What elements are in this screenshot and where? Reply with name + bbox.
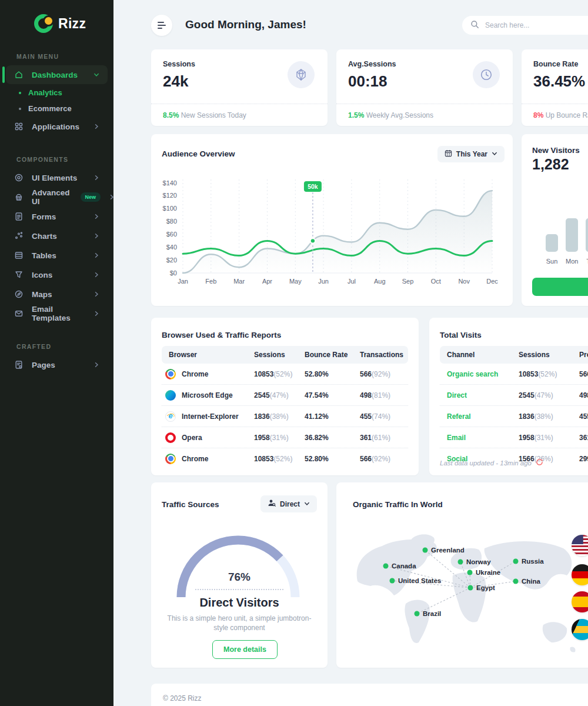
nav-section-label: Crafted bbox=[0, 335, 113, 355]
chevron-down-icon bbox=[304, 500, 310, 508]
menu-toggle-button[interactable] bbox=[151, 15, 172, 36]
sidebar-item-ecommerce[interactable]: Ecommerce bbox=[6, 101, 108, 116]
svg-text:Jan: Jan bbox=[178, 278, 188, 285]
nav-section: CraftedPages bbox=[0, 335, 113, 374]
page-title: Good Morning, James! bbox=[185, 18, 306, 31]
card-title: New Visitors bbox=[532, 146, 580, 155]
stat-delta: 8.5% bbox=[163, 111, 179, 119]
chevron-right-icon bbox=[93, 311, 99, 317]
audience-line-chart: $0$20$40$60$80$100$120$140JanFebMarAprMa… bbox=[151, 134, 513, 306]
card-title: Total Visits bbox=[440, 331, 482, 339]
svg-text:$120: $120 bbox=[163, 192, 177, 199]
sidebar-item-label: Advanced UI bbox=[32, 188, 70, 206]
audience-overview-card: Audience Overview This Year $0$20$40$60$… bbox=[151, 134, 513, 306]
refresh-icon[interactable] bbox=[536, 458, 543, 467]
svg-text:50k: 50k bbox=[308, 183, 318, 190]
hamburger-icon bbox=[158, 22, 166, 29]
transactions-cell: 566(92%) bbox=[360, 455, 408, 463]
traffic-filter-dropdown[interactable]: Direct bbox=[260, 495, 317, 512]
stat-card-sessions: Sessions 24k 8.5% New Sessions Today bbox=[151, 49, 328, 126]
channel-link[interactable]: Organic search bbox=[440, 370, 519, 378]
footer: © 2025 Rizz bbox=[151, 684, 588, 706]
new-visitors-button[interactable] bbox=[532, 278, 588, 296]
copyright-text: © 2025 Rizz bbox=[163, 694, 202, 702]
transactions-cell: 361(61%) bbox=[360, 434, 408, 442]
table-row[interactable]: Organic search 10853(52%) 566 bbox=[440, 364, 588, 385]
sidebar-item-analytics[interactable]: Analytics bbox=[6, 85, 108, 101]
sidebar-item-ui-elements[interactable]: UI Elements bbox=[6, 168, 108, 187]
transactions-cell: 498(81%) bbox=[360, 391, 408, 399]
united-states-flag-icon[interactable] bbox=[572, 535, 588, 556]
stat-delta: 8% bbox=[533, 111, 543, 119]
bounce-cell: 52.80% bbox=[305, 370, 360, 378]
browser-name: Microsoft Edge bbox=[182, 391, 233, 399]
table-row[interactable]: Email 1958(31%) 361 bbox=[440, 427, 588, 448]
sidebar-item-charts[interactable]: Charts bbox=[6, 227, 108, 245]
spain-flag-icon[interactable] bbox=[572, 591, 588, 612]
table-row[interactable]: Opera 1958(31%) 36.82% 361(61%) bbox=[162, 427, 408, 448]
bounce-cell: 52.80% bbox=[305, 455, 360, 463]
bahamas-flag-icon[interactable] bbox=[572, 619, 588, 640]
nav-section-label: Components bbox=[0, 148, 113, 168]
svg-text:China: China bbox=[522, 578, 541, 585]
svg-text:May: May bbox=[289, 278, 302, 285]
sidebar-item-label: Tables bbox=[32, 251, 56, 260]
svg-text:$40: $40 bbox=[166, 244, 177, 251]
table-row[interactable]: Microsoft Edge 2545(47%) 47.54% 498(81%) bbox=[162, 385, 408, 406]
sidebar-item-dashboards[interactable]: Dashboards bbox=[6, 65, 108, 84]
germany-flag-icon[interactable] bbox=[572, 564, 588, 585]
browser-table: BrowserSessionsBounce RateTransactions C… bbox=[162, 346, 408, 469]
search-input[interactable] bbox=[484, 21, 588, 30]
stat-label: Bounce Rate bbox=[533, 60, 588, 68]
channel-link[interactable]: Direct bbox=[440, 391, 519, 399]
bounce-cell: 36.82% bbox=[305, 434, 360, 442]
svg-text:Greenland: Greenland bbox=[431, 547, 465, 554]
column-header: Prev bbox=[579, 351, 588, 359]
last-updated-note: Last data updated - 13min ago bbox=[440, 458, 543, 467]
chrome-icon bbox=[165, 454, 176, 464]
sidebar-item-applications[interactable]: Applications bbox=[6, 117, 108, 136]
prev-cell: 361 bbox=[579, 434, 588, 442]
grid-icon bbox=[14, 122, 24, 131]
table-row[interactable]: Referal 1836(38%) 455 bbox=[440, 406, 588, 427]
svg-text:Egypt: Egypt bbox=[476, 584, 495, 591]
table-row[interactable]: Internet-Explorer 1836(38%) 41.12% 455(7… bbox=[162, 406, 408, 427]
table-row[interactable]: Chrome 10853(52%) 52.80% 566(92%) bbox=[162, 448, 408, 469]
browser-name: Chrome bbox=[182, 455, 208, 463]
sidebar-item-pages[interactable]: Pages bbox=[6, 355, 108, 374]
app-logo[interactable]: Rizz bbox=[0, 0, 113, 33]
table-header-row: BrowserSessionsBounce RateTransactions bbox=[162, 346, 408, 364]
prev-cell: 299 bbox=[579, 455, 588, 463]
new-badge: New bbox=[81, 192, 101, 202]
sidebar-item-forms[interactable]: Forms bbox=[6, 207, 108, 226]
stat-value: 36.45% bbox=[533, 72, 588, 91]
svg-text:Russia: Russia bbox=[522, 558, 544, 565]
nav-section-label: Main Menu bbox=[0, 45, 113, 65]
sidebar-item-email-templates[interactable]: Email Templates bbox=[6, 304, 108, 323]
svg-text:Jul: Jul bbox=[348, 278, 356, 285]
svg-text:$100: $100 bbox=[163, 205, 177, 212]
table-row[interactable]: Chrome 10853(52%) 52.80% 566(92%) bbox=[162, 364, 408, 385]
sidebar-item-label: Dashboards bbox=[32, 71, 78, 79]
sidebar-item-tables[interactable]: Tables bbox=[6, 246, 108, 265]
more-details-button[interactable]: More details bbox=[212, 640, 278, 659]
sidebar-item-icons[interactable]: Icons bbox=[6, 265, 108, 284]
column-header: Channel bbox=[440, 351, 519, 359]
svg-text:Dec: Dec bbox=[486, 278, 498, 285]
gauge-heading: Direct Visitors bbox=[151, 596, 328, 610]
sidebar-item-label: Applications bbox=[32, 122, 79, 131]
browser-report-card: Browser Used & Traffic Reports BrowserSe… bbox=[151, 318, 419, 475]
channel-link[interactable]: Email bbox=[440, 434, 519, 442]
search-box[interactable] bbox=[462, 16, 588, 35]
svg-text:Aug: Aug bbox=[374, 278, 386, 285]
sidebar-item-advanced-ui[interactable]: Advanced UINew bbox=[6, 188, 108, 207]
sidebar-item-label: Email Templates bbox=[32, 305, 85, 322]
svg-text:Brazil: Brazil bbox=[423, 610, 441, 617]
active-indicator bbox=[2, 66, 5, 83]
world-traffic-card: Organic Traffic In World GreenlandNorway… bbox=[336, 482, 588, 668]
channel-link[interactable]: Referal bbox=[440, 412, 519, 421]
sidebar-item-maps[interactable]: Maps bbox=[6, 285, 108, 304]
clock-icon bbox=[473, 61, 500, 88]
svg-text:Ukraine: Ukraine bbox=[476, 569, 500, 576]
table-row[interactable]: Direct 2545(47%) 498 bbox=[440, 385, 588, 406]
